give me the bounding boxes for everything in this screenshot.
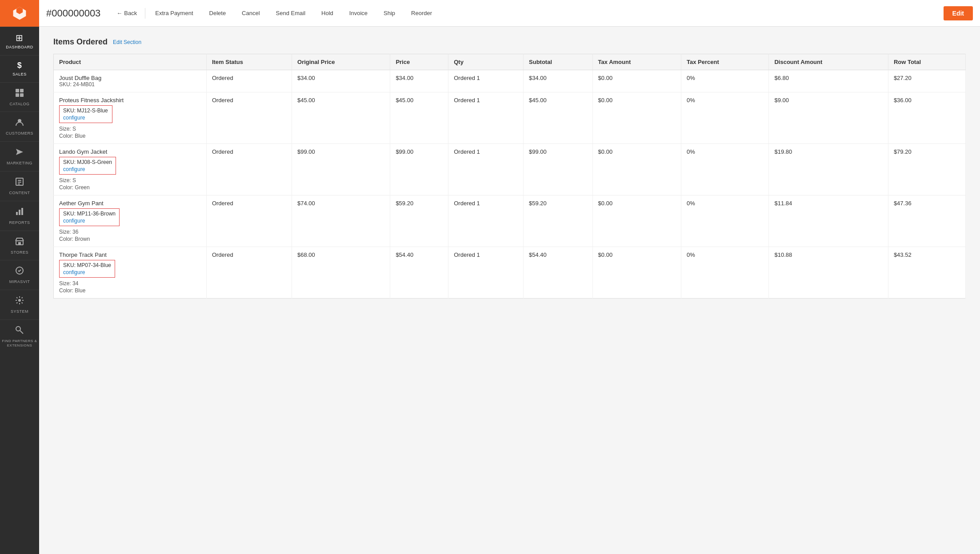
original-price-cell: $68.00 <box>292 247 390 299</box>
table-row: Aether Gym PantSKU: MP11-36-Brownconfigu… <box>54 195 966 247</box>
price-cell: $54.40 <box>390 247 448 299</box>
sku-box: SKU: MP11-36-Brownconfigure <box>59 208 120 226</box>
sidebar-item-dashboard[interactable]: ⊞ DASHBOARD <box>0 27 39 55</box>
svg-point-16 <box>18 299 21 302</box>
status-cell: Ordered <box>206 144 292 195</box>
product-attr: Color: Brown <box>59 236 201 242</box>
sidebar-item-content-label: CONTENT <box>9 191 30 195</box>
price-cell: $45.00 <box>390 92 448 144</box>
col-discount-amount: Discount Amount <box>769 54 888 70</box>
sidebar-item-system[interactable]: SYSTEM <box>0 290 39 319</box>
col-tax-amount: Tax Amount <box>592 54 681 70</box>
edit-section-link[interactable]: Edit Section <box>113 39 141 45</box>
separator <box>145 8 145 19</box>
dashboard-icon: ⊞ <box>16 32 24 43</box>
discount-amount-cell: $11.84 <box>769 195 888 247</box>
status-cell: Ordered <box>206 247 292 299</box>
product-name: Proteus Fitness Jackshirt <box>59 97 124 104</box>
send-email-button[interactable]: Send Email <box>269 6 312 20</box>
configure-link[interactable]: configure <box>63 166 112 172</box>
qty-cell: Ordered 1 <box>448 144 524 195</box>
page-title: #000000003 <box>46 8 100 19</box>
status-cell: Ordered <box>206 92 292 144</box>
col-item-status: Item Status <box>206 54 292 70</box>
original-price-cell: $45.00 <box>292 92 390 144</box>
product-name: Thorpe Track Pant <box>59 251 107 258</box>
product-attr: Size: 36 <box>59 229 201 235</box>
qty-cell: Ordered 1 <box>448 70 524 92</box>
qty-cell: Ordered 1 <box>448 92 524 144</box>
sidebar-item-find-partners[interactable]: FIND PARTNERS & EXTENSIONS <box>0 319 39 353</box>
row-total-cell: $43.52 <box>888 247 965 299</box>
sidebar-item-stores-label: STORES <box>11 250 28 255</box>
table-row: Proteus Fitness JackshirtSKU: MJ12-S-Blu… <box>54 92 966 144</box>
svg-marker-5 <box>16 149 23 155</box>
sales-icon: $ <box>17 61 22 70</box>
configure-link[interactable]: configure <box>63 115 108 121</box>
row-total-cell: $36.00 <box>888 92 965 144</box>
svg-rect-2 <box>16 93 19 97</box>
price-cell: $59.20 <box>390 195 448 247</box>
tax-amount-cell: $0.00 <box>592 144 681 195</box>
original-price-cell: $74.00 <box>292 195 390 247</box>
status-cell: Ordered <box>206 195 292 247</box>
tax-percent-cell: 0% <box>681 70 769 92</box>
row-total-cell: $79.20 <box>888 144 965 195</box>
table-row: Thorpe Track PantSKU: MP07-34-Blueconfig… <box>54 247 966 299</box>
sidebar-item-reports-label: REPORTS <box>9 220 30 225</box>
svg-rect-12 <box>21 208 23 215</box>
topbar: #000000003 ← Back Extra Payment Delete C… <box>39 0 980 27</box>
content-icon <box>15 177 24 189</box>
sidebar-item-marketing[interactable]: MARKETING <box>0 141 39 171</box>
extra-payment-button[interactable]: Extra Payment <box>148 6 200 20</box>
svg-rect-8 <box>18 182 21 183</box>
row-total-cell: $27.20 <box>888 70 965 92</box>
sidebar-item-content[interactable]: CONTENT <box>0 171 39 201</box>
price-cell: $99.00 <box>390 144 448 195</box>
sidebar-item-sales[interactable]: $ SALES <box>0 55 39 82</box>
find-partners-icon <box>15 325 24 337</box>
configure-link[interactable]: configure <box>63 218 116 224</box>
customers-icon <box>15 117 24 129</box>
sidebar-item-mirasvit-label: MIRASVIT <box>9 279 30 284</box>
svg-rect-1 <box>20 89 24 92</box>
sidebar-item-catalog[interactable]: CATALOG <box>0 82 39 112</box>
product-cell: Proteus Fitness JackshirtSKU: MJ12-S-Blu… <box>54 92 207 144</box>
svg-point-17 <box>16 327 20 331</box>
reorder-button[interactable]: Reorder <box>404 6 439 20</box>
tax-amount-cell: $0.00 <box>592 247 681 299</box>
configure-link[interactable]: configure <box>63 269 111 275</box>
svg-rect-9 <box>18 183 20 184</box>
cancel-button[interactable]: Cancel <box>235 6 267 20</box>
section-header: Items Ordered Edit Section <box>53 37 966 47</box>
marketing-icon <box>15 147 24 159</box>
back-button[interactable]: ← Back <box>111 6 142 20</box>
product-attr: Size: 34 <box>59 280 201 287</box>
hold-button[interactable]: Hold <box>314 6 340 20</box>
sidebar-item-customers[interactable]: CUSTOMERS <box>0 112 39 141</box>
subtotal-cell: $54.40 <box>524 247 593 299</box>
svg-rect-11 <box>19 210 20 215</box>
discount-amount-cell: $10.88 <box>769 247 888 299</box>
sku-box: SKU: MJ08-S-Greenconfigure <box>59 157 116 175</box>
product-name: Aether Gym Pant <box>59 200 104 207</box>
discount-amount-cell: $9.00 <box>769 92 888 144</box>
col-tax-percent: Tax Percent <box>681 54 769 70</box>
table-row: Joust Duffle BagSKU: 24-MB01Ordered$34.0… <box>54 70 966 92</box>
sidebar-item-system-label: SYSTEM <box>11 309 28 314</box>
invoice-button[interactable]: Invoice <box>342 6 375 20</box>
tax-percent-cell: 0% <box>681 144 769 195</box>
ship-button[interactable]: Ship <box>376 6 402 20</box>
tax-amount-cell: $0.00 <box>592 70 681 92</box>
svg-rect-3 <box>20 93 24 97</box>
sidebar-item-reports[interactable]: REPORTS <box>0 201 39 231</box>
tax-percent-cell: 0% <box>681 247 769 299</box>
sidebar-item-stores[interactable]: STORES <box>0 231 39 260</box>
sidebar-item-catalog-label: CATALOG <box>9 102 29 107</box>
sidebar-item-mirasvit[interactable]: MIRASVIT <box>0 260 39 290</box>
sidebar-item-find-partners-label: FIND PARTNERS & EXTENSIONS <box>2 339 37 347</box>
delete-button[interactable]: Delete <box>202 6 233 20</box>
edit-button[interactable]: Edit <box>944 6 973 20</box>
tax-amount-cell: $0.00 <box>592 92 681 144</box>
product-attr: Color: Blue <box>59 133 201 139</box>
